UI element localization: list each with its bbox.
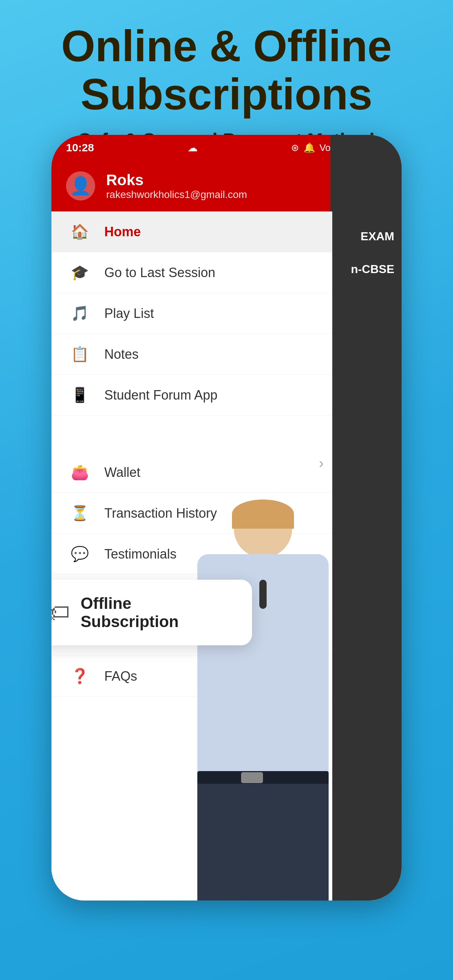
session-icon: 🎓 [70,264,90,281]
user-email: rakeshworkholics1@gmail.com [106,189,247,200]
menu-item-notes[interactable]: 📋 Notes [51,334,332,375]
wallet-label: Wallet [104,465,140,480]
faqs-icon: ❓ [70,668,90,685]
avatar: 👤 [66,171,95,200]
tag-icon: 🏷 [51,600,70,625]
exam-label: EXAM [361,230,394,243]
cbse-label: n-CBSE [351,262,394,276]
user-info: Roks rakeshworkholics1@gmail.com [106,171,247,200]
person-overlay [172,500,354,900]
cloud-icon: ☁ [187,142,198,154]
menu-item-playlist[interactable]: 🎵 Play List [51,293,332,334]
last-session-label: Go to Last Session [104,265,215,280]
faqs-label: FAQs [104,669,137,684]
student-forum-label: Student Forum App [104,388,217,403]
main-title: Online & Offline Subscriptions [29,22,424,118]
drawer-arrow[interactable]: › [312,449,330,477]
wallet-icon: 👛 [70,464,90,481]
notes-icon: 📋 [70,345,90,363]
testimonials-label: Testimonials [104,547,177,562]
notes-label: Notes [104,347,139,362]
phone-container: 10:28 ☁ ⊛ 🔔 Vo 4G 52% ⚡ 👤 Roks rakeshwor… [35,135,418,937]
volte-icon: Vo [319,142,330,153]
menu-item-wallet[interactable]: 👛 Wallet [51,452,332,493]
phone-shell: 10:28 ☁ ⊛ 🔔 Vo 4G 52% ⚡ 👤 Roks rakeshwor… [51,135,402,900]
offline-badge-text: Offline Subscription [81,594,234,631]
menu-item-last-session[interactable]: 🎓 Go to Last Session [51,252,332,293]
user-name: Roks [106,171,247,189]
notification-icon: 🔔 [303,142,315,153]
menu-item-home[interactable]: 🏠 Home [51,212,332,252]
home-label: Home [104,224,141,240]
bluetooth-icon: ⊛ [291,142,299,153]
offline-subscription-badge[interactable]: 🏷 Offline Subscription [51,580,252,645]
home-icon: 🏠 [70,223,90,240]
menu-item-student-forum[interactable]: 📱 Student Forum App [51,375,332,415]
testimonials-icon: 💬 [70,546,90,563]
status-time: 10:28 [66,142,94,154]
playlist-icon: 🎵 [70,305,90,322]
playlist-label: Play List [104,306,154,321]
student-forum-icon: 📱 [70,387,90,404]
transaction-icon: ⏳ [70,504,90,522]
